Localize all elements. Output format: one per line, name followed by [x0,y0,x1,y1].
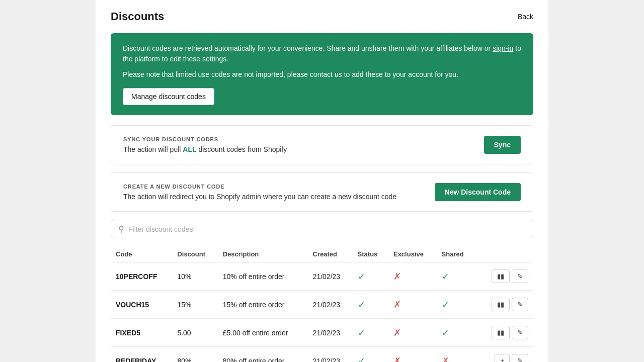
cell-created: 21/02/23 [308,262,353,291]
create-section-desc: The action will redirect you to Shopify … [123,193,396,201]
actions-cell: + ✎ [480,354,528,362]
sync-text-block: SYNC YOUR DISCOUNT CODES The action will… [123,136,287,153]
edit-button[interactable]: ✎ [512,269,528,283]
col-discount: Discount [172,246,217,262]
status-check-icon: ✓ [358,328,365,338]
cell-exclusive: ✗ [388,262,437,291]
cell-exclusive: ✗ [388,291,437,319]
cell-status: ✓ [353,291,388,319]
edit-button[interactable]: ✎ [512,326,528,339]
shared-x-icon: ✗ [442,356,449,363]
table-row: 10PERCOFF 10% 10% off entire order 21/02… [111,262,533,291]
exclusive-x-icon: ✗ [393,356,401,363]
exclusive-x-icon: ✗ [393,272,401,282]
sync-desc-prefix: The action will pull [123,145,183,153]
info-banner: Discount codes are retrieved automatical… [111,33,533,115]
cell-exclusive: ✗ [388,347,437,363]
pause-button[interactable]: ▮▮ [492,298,510,311]
sync-section-label: SYNC YOUR DISCOUNT CODES [123,136,287,142]
create-section-card: CREATE A NEW DISCOUNT CODE The action wi… [111,172,533,212]
status-check-icon: ✓ [358,272,365,282]
shared-check-icon: ✓ [442,272,449,282]
col-status: Status [353,246,388,262]
pause-button[interactable]: ▮▮ [492,326,510,339]
discounts-table: Code Discount Description Created Status… [111,246,533,362]
status-check-icon: ✓ [358,300,365,310]
banner-text-2: Please note that limited use codes are n… [123,69,521,80]
actions-cell: ▮▮ ✎ [480,269,528,283]
col-actions [475,246,533,262]
cell-status: ✓ [353,347,388,363]
cell-created: 21/02/23 [308,347,353,363]
table-row: FIXED5 5.00 £5.00 off entire order 21/02… [111,319,533,347]
sync-section-card: SYNC YOUR DISCOUNT CODES The action will… [111,125,533,164]
cell-actions: ▮▮ ✎ [475,262,533,291]
edit-button[interactable]: ✎ [512,298,528,311]
create-section-label: CREATE A NEW DISCOUNT CODE [123,184,396,190]
banner-text-1: Discount codes are retrieved automatical… [123,43,521,64]
search-input[interactable] [128,225,526,233]
sync-desc-suffix: discount codes from Shopify [197,145,287,153]
cell-actions: ▮▮ ✎ [475,319,533,347]
search-icon: ⚲ [118,224,124,234]
page-container: Discounts Back Discount codes are retrie… [96,0,548,362]
cell-description: £5.00 off entire order [218,319,308,347]
actions-cell: ▮▮ ✎ [480,298,528,311]
col-code: Code [111,246,172,262]
sync-desc-highlight: ALL [183,145,196,153]
cell-code: VOUCH15 [111,291,172,319]
cell-created: 21/02/23 [308,319,353,347]
table-header-row: Code Discount Description Created Status… [111,246,533,262]
page-title: Discounts [111,10,164,23]
cell-shared: ✗ [437,347,475,363]
cell-description: 15% off entire order [218,291,308,319]
cell-status: ✓ [353,319,388,347]
status-check-icon: ✓ [358,356,365,363]
create-section-inner: CREATE A NEW DISCOUNT CODE The action wi… [111,173,533,211]
manage-discount-codes-button[interactable]: Manage discount codes [123,88,214,105]
table-row: VOUCH15 15% 15% off entire order 21/02/2… [111,291,533,319]
sync-section-desc: The action will pull ALL discount codes … [123,145,287,153]
cell-shared: ✓ [437,319,475,347]
col-exclusive: Exclusive [388,246,437,262]
cell-exclusive: ✗ [388,319,437,347]
exclusive-x-icon: ✗ [393,328,401,338]
cell-description: 80% off entire order [218,347,308,363]
cell-shared: ✓ [437,291,475,319]
page-header: Discounts Back [111,10,533,23]
add-button[interactable]: + [495,354,510,362]
col-shared: Shared [437,246,475,262]
create-text-block: CREATE A NEW DISCOUNT CODE The action wi… [123,184,396,201]
cell-shared: ✓ [437,262,475,291]
cell-discount: 10% [172,262,217,291]
search-container: ⚲ [111,220,533,238]
cell-code: REDFRIDAY [111,347,172,363]
cell-created: 21/02/23 [308,291,353,319]
actions-cell: ▮▮ ✎ [480,326,528,339]
cell-description: 10% off entire order [218,262,308,291]
cell-code: FIXED5 [111,319,172,347]
exclusive-x-icon: ✗ [393,300,401,310]
sync-button[interactable]: Sync [484,136,521,154]
cell-discount: 15% [172,291,217,319]
shared-check-icon: ✓ [442,328,449,338]
pause-button[interactable]: ▮▮ [492,269,510,283]
cell-actions: ▮▮ ✎ [475,291,533,319]
cell-code: 10PERCOFF [111,262,172,291]
table-row: REDFRIDAY 80% 80% off entire order 21/02… [111,347,533,363]
edit-button[interactable]: ✎ [512,354,528,362]
col-description: Description [218,246,308,262]
new-discount-code-button[interactable]: New Discount Code [435,183,521,201]
cell-actions: + ✎ [475,347,533,363]
col-created: Created [308,246,353,262]
cell-discount: 80% [172,347,217,363]
sign-in-link[interactable]: sign-in [493,44,513,52]
cell-status: ✓ [353,262,388,291]
shared-check-icon: ✓ [442,300,449,310]
cell-discount: 5.00 [172,319,217,347]
sync-section-inner: SYNC YOUR DISCOUNT CODES The action will… [111,126,533,164]
back-link[interactable]: Back [518,13,533,21]
